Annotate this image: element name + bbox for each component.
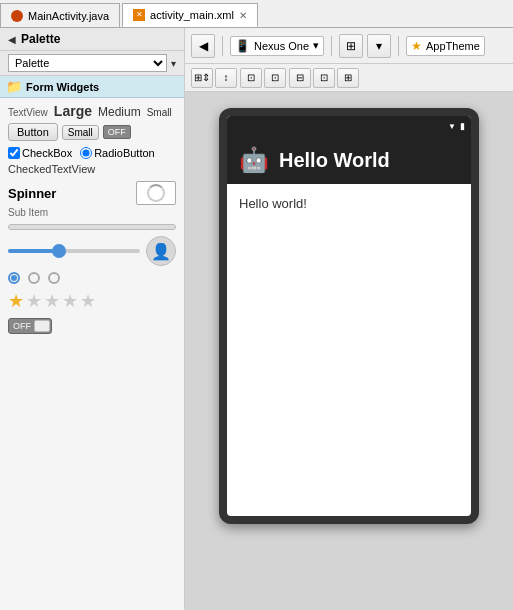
theme-label: AppTheme	[426, 40, 480, 52]
toolbar: ◀ 📱 Nexus One ▾ ⊞ ▾ ★ AppTheme	[185, 28, 513, 64]
palette-header: ◀ Palette	[0, 28, 184, 51]
battery-icon: ▮	[460, 121, 465, 131]
spinner-circle-icon	[147, 184, 165, 202]
spinner-widget[interactable]	[136, 181, 176, 205]
palette-title: Palette	[21, 32, 60, 46]
toggle-off-label: OFF	[10, 321, 34, 331]
layout-toggle-group: ⊞⇕ ↕	[191, 68, 237, 88]
palette-panel: ◀ Palette Palette ▾ 📁 Form Widgets TextV…	[0, 28, 185, 610]
spinner-label[interactable]: Spinner	[8, 186, 56, 201]
xml-file-icon: ✕	[133, 9, 145, 21]
toolbar-separator-3	[398, 36, 399, 56]
collapse-arrow-icon[interactable]: ◀	[8, 34, 16, 45]
checkbox-radio-row: CheckBox RadioButton	[8, 147, 176, 159]
status-bar: ▼ ▮	[227, 116, 471, 136]
view-mode-1-button[interactable]: ⊡	[240, 68, 262, 88]
radio-button-2[interactable]	[28, 272, 40, 284]
zoom-out-button[interactable]: ⊟	[289, 68, 311, 88]
tab-java[interactable]: MainActivity.java	[0, 3, 120, 27]
spinner-subitem: Sub Item	[8, 207, 176, 218]
radio-button-3[interactable]	[48, 272, 60, 284]
toolbar2: ⊞⇕ ↕ ⊡ ⊡ ⊟ ⊡ ⊞	[185, 64, 513, 92]
app-content: Hello world!	[227, 184, 471, 504]
star-2[interactable]: ★	[26, 290, 42, 312]
app-title: Hello World	[279, 149, 390, 172]
phone-mockup: ▼ ▮ 🤖 Hello World Hello world!	[219, 108, 479, 524]
palette-body: TextView Large Medium Small Button Small…	[0, 98, 184, 610]
right-panel: ◀ 📱 Nexus One ▾ ⊞ ▾ ★ AppTheme ⊞⇕ ↕	[185, 28, 513, 610]
togglebutton-row: OFF	[8, 318, 176, 334]
checkedtextview-label: CheckedTextView	[8, 163, 95, 175]
folder-icon: 📁	[6, 79, 22, 94]
palette-search-row: Palette ▾	[0, 51, 184, 76]
apptheme-star-icon: ★	[411, 39, 422, 53]
section-label: Form Widgets	[26, 81, 99, 93]
device-dropdown[interactable]: 📱 Nexus One ▾	[230, 36, 324, 56]
star-5[interactable]: ★	[80, 290, 96, 312]
textview-small[interactable]: Small	[147, 107, 172, 118]
star-3[interactable]: ★	[44, 290, 60, 312]
checkbox-label: CheckBox	[22, 147, 72, 159]
textview-large[interactable]: Large	[54, 103, 92, 119]
hello-world-text: Hello world!	[239, 196, 307, 211]
textview-label: TextView	[8, 107, 48, 118]
button-widget[interactable]: Button	[8, 123, 58, 141]
seekbar-row: 👤	[8, 236, 176, 266]
tab-xml-label: activity_main.xml	[150, 9, 234, 21]
view-mode-group: ⊡ ⊡	[240, 68, 286, 88]
undo-button[interactable]: ◀	[191, 34, 215, 58]
tab-java-label: MainActivity.java	[28, 10, 109, 22]
phone-icon: 📱	[235, 39, 250, 53]
person-icon: 👤	[151, 242, 171, 261]
layout-toggle-button[interactable]: ↕	[215, 68, 237, 88]
button-small-widget[interactable]: Small	[62, 125, 99, 140]
dropdown-arrow-icon[interactable]: ▾	[171, 58, 176, 69]
tab-xml[interactable]: ✕ activity_main.xml ✕	[122, 3, 258, 27]
star-1[interactable]: ★	[8, 290, 24, 312]
device-label: Nexus One	[254, 40, 309, 52]
phone-screen: ▼ ▮ 🤖 Hello World Hello world!	[227, 116, 471, 516]
radio-widget[interactable]: RadioButton	[80, 147, 155, 159]
checkbox-widget[interactable]: CheckBox	[8, 147, 72, 159]
signal-icon: ▼	[448, 122, 456, 131]
fit-button[interactable]: ⊡	[313, 68, 335, 88]
textview-row: TextView Large Medium Small	[8, 103, 176, 119]
toggle-switch-widget[interactable]: OFF	[8, 318, 52, 334]
progressbar-row	[8, 224, 176, 230]
radiogroup-row	[8, 272, 176, 284]
avatar-widget[interactable]: 👤	[146, 236, 176, 266]
palette-section-header: 📁 Form Widgets	[0, 76, 184, 98]
progressbar-widget[interactable]	[8, 224, 176, 230]
toggle-thumb	[34, 320, 50, 332]
close-icon[interactable]: ✕	[239, 10, 247, 21]
star-4[interactable]: ★	[62, 290, 78, 312]
spinner-row: Spinner	[8, 181, 176, 205]
textview-medium[interactable]: Medium	[98, 105, 141, 119]
main-content: ◀ Palette Palette ▾ 📁 Form Widgets TextV…	[0, 28, 513, 610]
tab-bar: MainActivity.java ✕ activity_main.xml ✕	[0, 0, 513, 28]
toggle-off-widget[interactable]: OFF	[103, 125, 131, 139]
android-logo-icon: 🤖	[239, 146, 269, 174]
seekbar-fill	[8, 249, 54, 253]
orientation-button[interactable]: ⊞	[339, 34, 363, 58]
design-mode-button[interactable]: ⊞⇕	[191, 68, 213, 88]
ratingbar-row[interactable]: ★ ★ ★ ★ ★	[8, 290, 176, 312]
device-dropdown-arrow-icon: ▾	[313, 39, 319, 52]
radio-button-1[interactable]	[8, 272, 20, 284]
app-header: 🤖 Hello World	[227, 136, 471, 184]
seekbar-thumb	[52, 244, 66, 258]
palette-dropdown[interactable]: Palette	[8, 54, 167, 72]
layout-button[interactable]: ▾	[367, 34, 391, 58]
seekbar-widget[interactable]	[8, 249, 140, 253]
java-file-icon	[11, 10, 23, 22]
checkedtextview-row[interactable]: CheckedTextView	[8, 163, 176, 175]
zoom-group: ⊟ ⊡ ⊞	[289, 68, 359, 88]
toolbar-separator-1	[222, 36, 223, 56]
radiobutton-label: RadioButton	[94, 147, 155, 159]
view-mode-2-button[interactable]: ⊡	[264, 68, 286, 88]
theme-dropdown[interactable]: ★ AppTheme	[406, 36, 485, 56]
canvas-area: ▼ ▮ 🤖 Hello World Hello world!	[185, 92, 513, 610]
toolbar-separator-2	[331, 36, 332, 56]
zoom-in-button[interactable]: ⊞	[337, 68, 359, 88]
button-row: Button Small OFF	[8, 123, 176, 141]
